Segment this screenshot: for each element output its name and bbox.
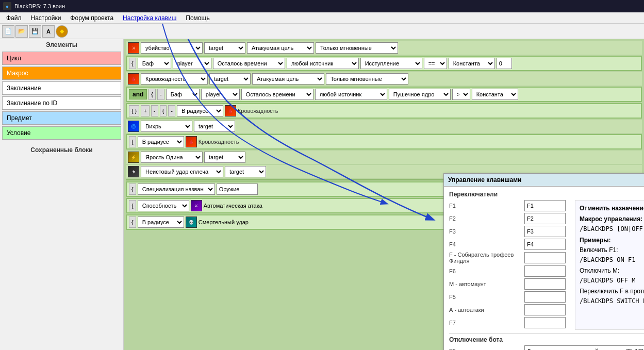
element-spell[interactable]: Заклинание [2,81,121,95]
bracket-open-10[interactable]: { [129,184,136,195]
select-target-9[interactable]: target [225,166,266,177]
key-f6-label: F6 [449,268,521,274]
select-убийство[interactable]: убийство [141,42,203,54]
minus2-btn-5[interactable]: - [168,105,175,116]
select-radius-7[interactable]: В радиусе [138,136,184,147]
bracket-curly-5[interactable]: { } [129,105,139,116]
input-weapon-10[interactable] [217,184,258,195]
select-cond-3[interactable]: Атакуемая цель [252,73,324,85]
dialog-title: Управление клавишами [448,176,521,184]
key-row-f6: F6 [449,265,566,277]
row-1: ⚔ убийство target Атакуемая цель Только … [126,41,642,55]
select-spec-10[interactable]: Специализация название [138,184,215,195]
select-player-2[interactable]: player [173,58,211,69]
toolbar-a[interactable]: A [42,25,55,38]
key-f1-input[interactable] [524,200,566,211]
element-item[interactable]: Предмет [2,111,121,125]
key-f7-label: F7 [449,320,521,326]
minus-btn-4[interactable]: - [157,89,164,100]
bracket-open-11[interactable]: { [129,200,136,211]
bracket-open-7[interactable]: { [129,136,136,147]
select-condition-2[interactable]: Осталось времени [213,58,285,69]
key-f2-input[interactable] [524,213,566,224]
bracket-open-2[interactable]: { [129,58,136,69]
select-radius-12[interactable]: В радиусе [138,216,184,228]
bot-off-input[interactable] [524,345,644,350]
select-target-1[interactable]: target [204,42,245,54]
select-instant-3[interactable]: Только мгновенные [326,73,408,85]
select-condition-4[interactable]: Осталось времени [241,89,313,100]
key-mount-input[interactable] [524,278,566,290]
select-valtype-2[interactable]: Константа [449,58,495,69]
select-source-4[interactable]: любой источник [315,89,387,100]
desc-ex1-title: Включить F1: [580,245,644,255]
spell-icon-3: 🩸 [128,73,139,85]
key-autoatk-input[interactable] [524,304,566,315]
select-source-2[interactable]: любой источник [287,58,359,69]
select-spell-4[interactable]: Пушечное ядро [389,89,451,100]
key-row-f3: F3 [449,226,566,237]
element-condition[interactable]: Условие [2,126,121,140]
menu-file[interactable]: Файл [2,13,26,23]
element-cycle[interactable]: Цикл [2,52,121,65]
toolbar-gold[interactable]: ◆ [56,25,68,38]
select-attack-target-1[interactable]: Атакуемая цель [247,42,314,54]
toolbar-open[interactable]: 📂 [15,25,28,38]
spell-icon-12: 💀 [186,216,197,228]
menu-keybinds[interactable]: Настройка клавиш [119,13,180,23]
dialog-title-bar: Управление клавишами ✕ [444,174,644,187]
select-player-4[interactable]: player [201,89,240,100]
key-f3-label: F3 [449,228,521,235]
menu-settings[interactable]: Настройки [27,13,65,23]
bracket-open-4[interactable]: { [148,89,156,100]
keyboard-dialog: Управление клавишами ✕ Переключатели F1 [443,173,644,350]
select-spell-2[interactable]: Исступление [360,58,422,69]
key-f4-input[interactable] [524,239,566,250]
select-krov-3[interactable]: Кровожадность [141,73,208,85]
select-type-4[interactable]: Баф [166,89,200,100]
input-val-2[interactable] [497,58,512,69]
select-instant-1[interactable]: Только мгновенные [316,42,398,54]
elements-title: Элементы [2,41,121,48]
select-op-2[interactable]: == [424,58,447,69]
key-f2-label: F2 [449,215,521,222]
bracket-open-5[interactable]: { [160,105,167,116]
select-op-4[interactable]: > [452,89,470,100]
menu-help[interactable]: Помощь [181,13,213,23]
key-row-f4: F4 [449,239,566,250]
select-yarost-8[interactable]: Ярость Одина [141,152,203,163]
bot-off-row: F9 [449,345,644,350]
select-type-2[interactable]: Баф [138,58,171,69]
key-f7-input[interactable] [524,317,566,328]
menu-bar: Файл Настройки Форум проекта Настройка к… [0,12,644,24]
row-5: { } + - { - В радиусе 🩸 Кровожадность [126,103,642,119]
select-vikhr-6[interactable]: Вихрь [141,121,192,132]
element-spell-id[interactable]: Заклинание по ID [2,96,121,110]
key-row-autoatk: А - автоатаки [449,304,566,315]
element-macro[interactable]: Макрос [2,66,121,80]
select-target-6[interactable]: target [194,121,235,132]
bracket-open-12[interactable]: { [129,216,136,228]
key-finder-input[interactable] [524,252,566,263]
desc-esc: Отменить назначение - ESC [580,204,644,213]
key-f6-input[interactable] [524,265,566,277]
select-neistov-9[interactable]: Неистовый удар сплеча [141,166,223,177]
app-icon: ● [3,2,11,10]
right-panel[interactable]: ⚔ убийство target Атакуемая цель Только … [124,39,644,350]
plus-btn-5[interactable]: + [141,105,149,116]
minus-btn-5[interactable]: - [151,105,158,116]
spell-icon-8: ⚡ [128,152,139,163]
row-4: and { - Баф player Осталось времени любо… [126,87,642,102]
select-ability-11[interactable]: Способность [138,200,189,211]
select-target-3[interactable]: target [209,73,251,85]
select-radius-5[interactable]: В радиусе [177,105,223,116]
key-f5-input[interactable] [524,291,566,303]
main-layout: Элементы Цикл Макрос Заклинание Заклинан… [0,39,644,350]
app-title: BlackDPS: 7.3 воин [14,3,65,9]
select-target-8[interactable]: target [204,152,245,163]
key-f3-input[interactable] [524,226,566,237]
select-valtype-4[interactable]: Константа [472,89,518,100]
toolbar-new[interactable]: 📄 [2,25,14,38]
menu-forum[interactable]: Форум проекта [66,13,118,23]
toolbar-save[interactable]: 💾 [29,25,41,38]
